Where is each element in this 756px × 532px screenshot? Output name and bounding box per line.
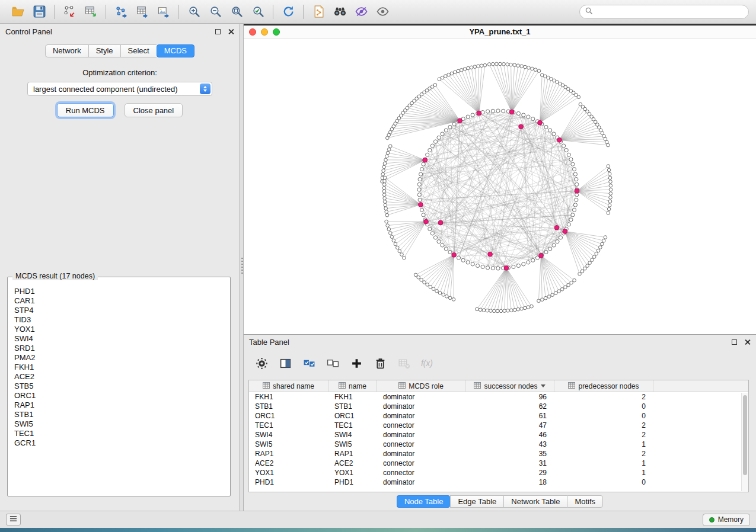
mcds-result-item[interactable]: STP4 <box>9 306 229 315</box>
hide-details-icon[interactable] <box>350 2 372 21</box>
table-row[interactable]: ACE2ACE2connector311 <box>249 459 748 468</box>
network-node[interactable] <box>570 281 573 284</box>
network-node[interactable] <box>499 309 503 313</box>
mcds-result-item[interactable]: CAR1 <box>9 296 229 306</box>
network-node[interactable] <box>567 223 570 226</box>
network-node[interactable] <box>527 66 531 70</box>
network-node[interactable] <box>417 193 421 197</box>
find-icon[interactable] <box>329 2 350 21</box>
mcds-result-item[interactable]: GCR1 <box>9 438 229 448</box>
mcds-result-list[interactable]: PHD1CAR1STP4TID3YOX1SWI4SRD1PMA2FKH1ACE2… <box>9 280 229 495</box>
network-node[interactable] <box>450 72 454 75</box>
network-node[interactable] <box>531 67 534 70</box>
network-node[interactable] <box>608 176 612 180</box>
tab-node-table[interactable]: Node Table <box>397 495 451 508</box>
network-node[interactable] <box>387 148 391 152</box>
network-node[interactable] <box>567 283 570 287</box>
mcds-result-item[interactable]: PMA2 <box>9 353 229 363</box>
table-row[interactable]: RAP1RAP1dominator352 <box>249 449 748 459</box>
network-node[interactable] <box>461 258 465 262</box>
table-scrollbar[interactable] <box>741 393 748 491</box>
network-node[interactable] <box>596 249 600 252</box>
network-hub-node[interactable] <box>423 158 428 162</box>
zoom-fit-icon[interactable] <box>226 2 247 21</box>
network-node[interactable] <box>602 239 605 243</box>
network-node[interactable] <box>493 309 496 313</box>
table-row[interactable]: PHD1PHD1dominator180 <box>249 477 748 487</box>
column-header-predecessor-nodes[interactable]: predecessor nodes <box>554 380 653 392</box>
network-node[interactable] <box>386 151 390 155</box>
network-hub-node[interactable] <box>488 252 493 257</box>
import-network-icon[interactable] <box>59 2 80 21</box>
network-node[interactable] <box>544 125 548 129</box>
network-node[interactable] <box>463 68 467 71</box>
network-node[interactable] <box>495 62 499 66</box>
network-node[interactable] <box>547 295 551 299</box>
network-node[interactable] <box>385 210 388 214</box>
mcds-result-item[interactable]: RAP1 <box>9 400 229 410</box>
network-node[interactable] <box>571 213 575 217</box>
network-node[interactable] <box>583 267 587 271</box>
network-node[interactable] <box>441 243 444 247</box>
network-node[interactable] <box>457 256 460 259</box>
network-node[interactable] <box>381 172 385 176</box>
network-node[interactable] <box>607 211 610 215</box>
network-node[interactable] <box>604 236 607 239</box>
network-node[interactable] <box>383 162 387 165</box>
network-node[interactable] <box>418 198 422 201</box>
network-node[interactable] <box>591 258 594 262</box>
mcds-result-item[interactable]: TID3 <box>9 315 229 325</box>
network-node[interactable] <box>541 298 544 302</box>
network-node[interactable] <box>419 172 423 176</box>
open-file-icon[interactable] <box>7 2 28 21</box>
network-node[interactable] <box>554 291 557 295</box>
network-node[interactable] <box>470 66 473 69</box>
mcds-result-item[interactable]: TEC1 <box>9 429 229 438</box>
network-node[interactable] <box>444 129 448 132</box>
close-panel-icon[interactable] <box>228 28 234 35</box>
mcds-result-item[interactable]: FKH1 <box>9 363 229 372</box>
tab-network-table[interactable]: Network Table <box>503 495 567 508</box>
zoom-selected-icon[interactable] <box>247 2 269 21</box>
network-node[interactable] <box>506 309 510 313</box>
network-node[interactable] <box>448 125 452 129</box>
network-node[interactable] <box>389 145 393 148</box>
network-node[interactable] <box>607 165 610 168</box>
table-row[interactable]: FKH1FKH1dominator962 <box>249 392 748 402</box>
network-node[interactable] <box>479 308 482 312</box>
network-node[interactable] <box>384 158 388 162</box>
network-node[interactable] <box>575 182 579 186</box>
network-node[interactable] <box>486 266 490 270</box>
mcds-result-item[interactable]: YOX1 <box>9 325 229 334</box>
network-node[interactable] <box>516 64 520 68</box>
network-node[interactable] <box>437 136 441 139</box>
network-node[interactable] <box>420 168 423 171</box>
network-node[interactable] <box>457 69 460 73</box>
network-node[interactable] <box>492 62 495 66</box>
network-node[interactable] <box>435 289 439 293</box>
column-header-shared-name[interactable]: shared name <box>249 380 328 392</box>
network-hub-node[interactable] <box>504 265 509 270</box>
open-browser-icon[interactable] <box>308 2 329 21</box>
network-node[interactable] <box>403 256 406 259</box>
network-node[interactable] <box>476 264 480 267</box>
tab-network[interactable]: Network <box>45 44 88 57</box>
network-node[interactable] <box>559 236 562 239</box>
network-node[interactable] <box>608 200 612 203</box>
export-table-icon[interactable] <box>132 2 153 21</box>
network-node[interactable] <box>609 184 613 188</box>
network-node[interactable] <box>487 63 491 66</box>
network-node[interactable] <box>441 132 444 136</box>
network-node[interactable] <box>516 307 520 311</box>
export-image-icon[interactable] <box>153 2 174 21</box>
network-node[interactable] <box>426 283 429 287</box>
network-node[interactable] <box>569 218 573 222</box>
network-node[interactable] <box>510 309 513 312</box>
network-node[interactable] <box>577 95 580 99</box>
tab-style[interactable]: Style <box>88 44 120 57</box>
network-node[interactable] <box>544 296 547 300</box>
network-node[interactable] <box>392 239 395 242</box>
network-node[interactable] <box>473 65 477 69</box>
table-row[interactable]: TEC1TEC1connector472 <box>249 421 748 430</box>
mcds-result-item[interactable]: ACE2 <box>9 372 229 382</box>
